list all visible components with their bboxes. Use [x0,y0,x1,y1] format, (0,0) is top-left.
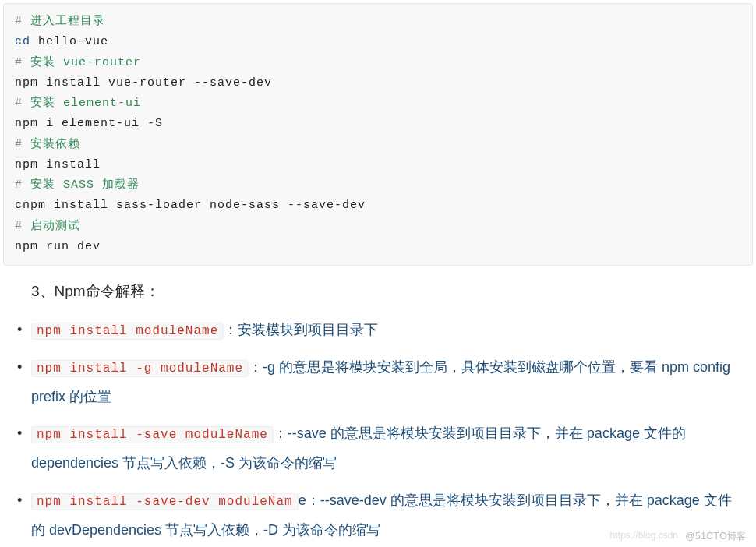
explanation-list: npm install moduleName：安装模块到项目目录下 npm in… [14,316,737,545]
code-line: npm install vue-router --save-dev [15,73,741,94]
code-line: # 安装依赖 [15,135,741,155]
watermark-csdn: https://blog.csdn [610,530,678,541]
inline-code: npm install -g moduleName [31,360,249,377]
comment-hash: # [15,97,23,110]
code-line: # 安装 element-ui [15,94,741,114]
code-block: # 进入工程目录 cd hello-vue # 安装 vue-router np… [3,3,753,266]
explain-text: ：安装模块到项目目录下 [224,322,378,337]
code-text: npm install vue-router --save-dev [15,76,272,90]
code-text: npm run dev [15,240,101,253]
code-text: npm install [15,158,101,171]
code-text: npm i element-ui -S [15,117,163,130]
code-text: cnpm install sass-loader node-sass --sav… [15,199,366,212]
comment-text: 安装 element-ui [23,97,141,110]
comment-text: 安装 vue-router [23,56,141,69]
inline-code: npm install moduleName [31,323,224,340]
watermark-cto: @51CTO博客 [685,530,747,543]
list-item: npm install -save moduleName：--save 的意思是… [14,419,737,478]
comment-hash: # [15,220,23,233]
comment-hash: # [15,178,23,192]
comment-hash: # [15,138,23,151]
code-line: # 安装 SASS 加载器 [15,175,741,196]
code-line: # 安装 vue-router [15,53,741,73]
code-line: npm install [15,155,741,175]
comment-text: 安装依赖 [23,138,80,151]
inline-code: npm install -save-dev moduleNam [31,493,299,510]
code-keyword: cd [15,35,30,48]
comment-hash: # [15,56,23,69]
code-line: npm run dev [15,237,741,257]
code-line: # 启动测试 [15,217,741,237]
code-line: cd hello-vue [15,32,741,52]
comment-text: 安装 SASS 加载器 [23,178,140,192]
code-line: cnpm install sass-loader node-sass --sav… [15,196,741,216]
comment-text: 进入工程目录 [23,15,105,28]
section-heading: 3、Npm命令解释： [31,281,756,302]
code-line: npm i element-ui -S [15,114,741,134]
list-item: npm install -g moduleName：-g 的意思是将模块安装到全… [14,353,737,412]
comment-text: 启动测试 [23,220,80,233]
comment-hash: # [15,15,23,28]
code-rest: hello-vue [30,35,108,48]
list-item: npm install moduleName：安装模块到项目目录下 [14,316,737,345]
inline-code: npm install -save moduleName [31,426,274,443]
code-line: # 进入工程目录 [15,12,741,32]
